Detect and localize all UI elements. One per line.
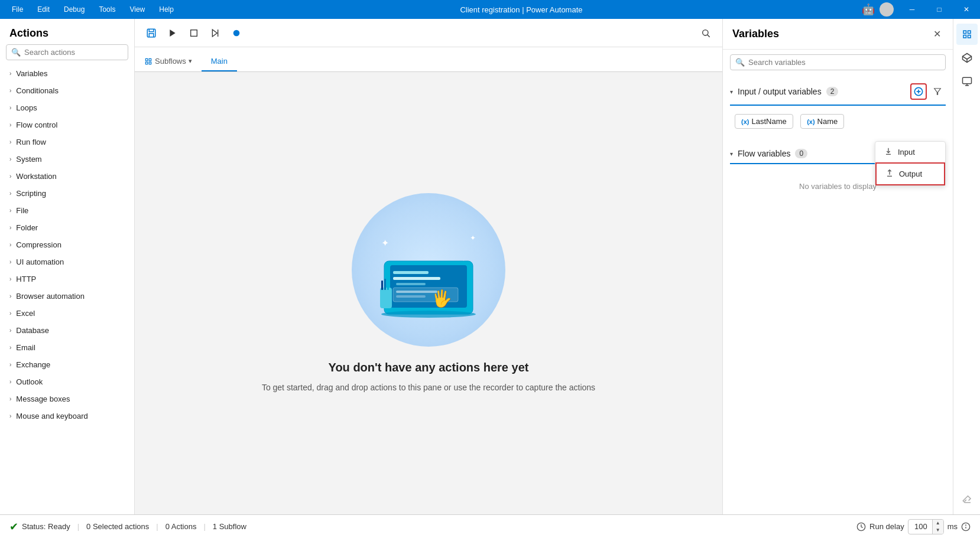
action-item-file[interactable]: › File: [0, 202, 134, 219]
variables-header: Variables ✕: [723, 19, 953, 50]
status-divider: |: [203, 522, 205, 531]
run-delay-value[interactable]: 100: [908, 520, 932, 534]
actions-search-box[interactable]: 🔍: [6, 44, 128, 60]
monitor-sidebar-button[interactable]: [956, 71, 978, 92]
chevron-icon: ›: [9, 327, 11, 334]
section-divider: [730, 105, 946, 106]
status-divider: |: [156, 522, 158, 531]
title-icon-area: 🤖: [862, 2, 898, 17]
action-label: Outlook: [16, 377, 43, 386]
spinner-down-button[interactable]: ▼: [933, 527, 943, 534]
action-item-browser-automation[interactable]: › Browser automation: [0, 288, 134, 305]
run-button[interactable]: [163, 24, 182, 43]
actions-count: 0 Actions: [166, 522, 197, 531]
action-item-outlook[interactable]: › Outlook: [0, 373, 134, 390]
variables-sidebar-button[interactable]: [956, 24, 978, 45]
tab-main[interactable]: Main: [202, 52, 237, 71]
input-output-section: ▾ Input / output variables 2: [723, 79, 953, 137]
svg-rect-2: [191, 30, 197, 36]
menu-view[interactable]: View: [122, 3, 152, 16]
titlebar-title: Client registration | Power Automate: [181, 5, 862, 14]
maximize-button[interactable]: □: [926, 0, 953, 19]
menu-tools[interactable]: Tools: [92, 3, 122, 16]
variables-search-input[interactable]: [748, 58, 940, 67]
filter-button[interactable]: [929, 83, 946, 100]
menu-file[interactable]: File: [5, 3, 30, 16]
statusbar: ✔ Status: Ready | 0 Selected actions | 0…: [0, 514, 980, 538]
chevron-icon: ›: [9, 293, 11, 299]
subflow-count: 1 Subflow: [213, 522, 246, 531]
next-button[interactable]: [206, 24, 225, 43]
chevron-icon: ›: [9, 310, 11, 317]
action-item-mouse-keyboard[interactable]: › Mouse and keyboard: [0, 407, 134, 425]
spinner-up-button[interactable]: ▲: [933, 520, 943, 527]
stop-button[interactable]: [184, 24, 203, 43]
svg-text:🖐: 🖐: [431, 289, 452, 308]
canvas-empty-subtitle: To get started, drag and drop actions to…: [262, 382, 595, 394]
svg-rect-25: [387, 282, 389, 290]
save-button[interactable]: [142, 24, 161, 43]
action-item-variables[interactable]: › Variables: [0, 65, 134, 82]
menu-help[interactable]: Help: [152, 3, 181, 16]
input-output-section-header[interactable]: ▾ Input / output variables 2: [723, 79, 953, 105]
variable-item-name[interactable]: (x) Name: [800, 114, 844, 129]
status-ready: ✔ Status: Ready: [9, 520, 70, 533]
action-item-flow-control[interactable]: › Flow control: [0, 116, 134, 133]
variables-search-box[interactable]: 🔍: [730, 54, 946, 70]
chevron-icon: ›: [9, 276, 11, 282]
action-label: Flow control: [16, 120, 57, 129]
action-item-run-flow[interactable]: › Run flow: [0, 133, 134, 151]
input-icon: [884, 146, 893, 158]
dropdown-item-input[interactable]: Input: [875, 142, 945, 162]
run-delay-label: Run delay: [869, 522, 904, 531]
chevron-icon: ›: [9, 361, 11, 368]
svg-marker-1: [170, 30, 175, 37]
action-item-system[interactable]: › System: [0, 151, 134, 168]
menu-edit[interactable]: Edit: [30, 3, 57, 16]
search-button[interactable]: [696, 24, 715, 43]
action-label: Compression: [16, 240, 61, 249]
flow-variables-label: Flow variables: [738, 149, 790, 158]
chevron-icon: ›: [9, 87, 11, 94]
chevron-icon: ›: [9, 105, 11, 111]
action-item-exchange[interactable]: › Exchange: [0, 356, 134, 373]
dropdown-item-output[interactable]: Output: [875, 162, 945, 185]
chevron-icon: ›: [9, 156, 11, 162]
empty-state-illustration: ✦ ✦ ✦ ✦: [364, 217, 494, 323]
minimize-button[interactable]: ─: [898, 0, 926, 19]
status-dot-icon: ✔: [9, 520, 18, 533]
action-item-email[interactable]: › Email: [0, 339, 134, 356]
action-item-compression[interactable]: › Compression: [0, 236, 134, 253]
variable-icon: (x): [741, 118, 749, 125]
chevron-icon: ›: [9, 259, 11, 265]
action-item-workstation[interactable]: › Workstation: [0, 168, 134, 185]
action-item-excel[interactable]: › Excel: [0, 305, 134, 322]
search-input[interactable]: [24, 48, 123, 57]
svg-rect-36: [962, 77, 971, 84]
add-variable-button[interactable]: [910, 83, 927, 100]
action-item-database[interactable]: › Database: [0, 322, 134, 339]
input-label: Input: [898, 148, 915, 156]
action-item-http[interactable]: › HTTP: [0, 270, 134, 288]
variables-close-button[interactable]: ✕: [931, 26, 943, 42]
menu-debug[interactable]: Debug: [57, 3, 92, 16]
subflows-label: Subflows: [155, 57, 186, 66]
action-item-scripting[interactable]: › Scripting: [0, 185, 134, 202]
tab-subflows[interactable]: Subflows ▾: [135, 52, 202, 71]
eraser-button[interactable]: [956, 488, 978, 510]
run-delay-spinners: ▲ ▼: [932, 520, 943, 534]
action-label: Email: [16, 343, 35, 352]
action-item-folder[interactable]: › Folder: [0, 219, 134, 236]
system-tray-icon: 🤖: [862, 3, 875, 16]
tabs-bar: Subflows ▾ Main: [135, 47, 722, 72]
canvas-illustration: ✦ ✦ ✦ ✦: [352, 193, 505, 347]
action-item-loops[interactable]: › Loops: [0, 99, 134, 116]
action-item-ui-automation[interactable]: › UI automation: [0, 253, 134, 270]
layers-sidebar-button[interactable]: [956, 47, 978, 69]
close-button[interactable]: ✕: [953, 0, 980, 19]
action-label: Conditionals: [16, 86, 59, 95]
action-item-message-boxes[interactable]: › Message boxes: [0, 390, 134, 407]
action-item-conditionals[interactable]: › Conditionals: [0, 82, 134, 99]
variable-item-lastname[interactable]: (x) LastName: [735, 114, 793, 129]
record-button[interactable]: [227, 24, 246, 43]
